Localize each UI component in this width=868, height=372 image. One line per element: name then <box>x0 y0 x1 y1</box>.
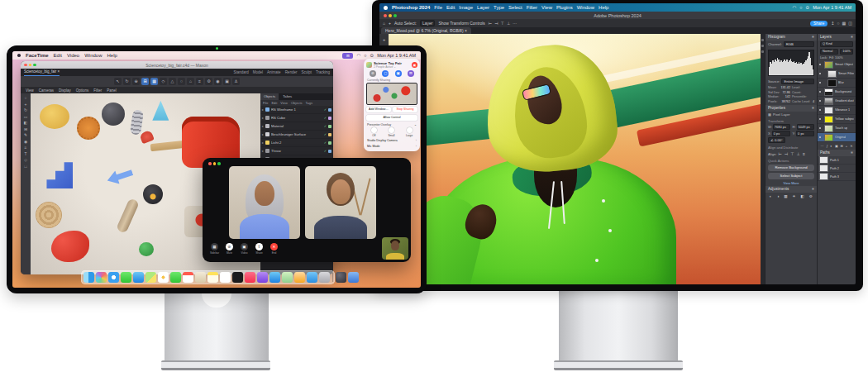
dock-icon-finder[interactable] <box>83 272 94 283</box>
layer-thumbnail[interactable] <box>824 116 833 123</box>
dock-icon-keynote[interactable] <box>307 272 317 283</box>
menubar-menu-item[interactable]: Window <box>84 53 102 58</box>
menubar-clock[interactable]: Mon Apr 1 9:41 AM <box>377 53 416 58</box>
objects-tab[interactable]: Objects <box>260 93 279 100</box>
viewport-menu-item[interactable]: Panel <box>107 88 117 93</box>
dock-icon-photos[interactable] <box>158 272 169 283</box>
show-transform-label[interactable]: Show Transform Controls <box>438 21 484 26</box>
c4d-tool-icon[interactable]: ◉ <box>214 78 222 85</box>
menubar-menu-item[interactable]: Edit <box>54 53 62 58</box>
layout-tab[interactable]: Animate <box>267 70 281 74</box>
layout-tab[interactable]: Standard <box>234 70 249 74</box>
path-row[interactable]: Path 2 <box>818 165 856 173</box>
align-icon[interactable]: ⊤ <box>790 151 794 156</box>
c4d-side-tool-icon[interactable]: ◧ <box>24 121 28 125</box>
c4d-side-tool-icon[interactable]: T <box>25 152 27 156</box>
share-session-subtitle[interactable]: 2 People Active ⌄ <box>374 65 410 69</box>
dock-icon-music[interactable] <box>245 272 255 283</box>
c4d-document-tab[interactable]: Sciencetoy_big_fair × <box>24 69 60 76</box>
overlay-option[interactable]: Small <box>388 127 394 137</box>
menubar-menu-item[interactable]: Help <box>107 53 117 58</box>
layer-row[interactable]: Blur <box>818 79 856 88</box>
takes-tab[interactable]: Takes <box>279 93 295 100</box>
align-icon[interactable]: ⋯ <box>513 21 517 26</box>
c4d-side-tool-icon[interactable]: ▭ <box>24 115 28 119</box>
wifi-icon[interactable]: ◠ <box>792 5 796 10</box>
layer-row[interactable]: Gradient dust 2 <box>818 97 856 106</box>
mic-mode-row[interactable]: Mic Mode › <box>364 144 420 150</box>
menubar-menu-item[interactable]: File <box>434 5 442 10</box>
c4d-side-tool-icon[interactable]: ≡ <box>25 145 27 150</box>
viewport-menu-item[interactable]: Options <box>76 88 89 93</box>
c4d-side-tool-icon[interactable]: ↻ <box>24 108 27 112</box>
layer-thumbnail[interactable] <box>827 79 837 87</box>
layer-name[interactable]: Gradient dust 2 <box>835 99 854 103</box>
object-row[interactable]: ▸ Material ✓ <box>260 122 333 131</box>
adjustment-icon[interactable]: ☀ <box>793 194 796 198</box>
screen-share-button[interactable]: ⊞ <box>408 70 414 77</box>
menubar-menu-item[interactable]: View <box>541 5 552 10</box>
options-icon[interactable]: ○ <box>837 21 840 26</box>
layer-row[interactable]: Vibrance 1 <box>818 106 856 115</box>
quick-actions-label[interactable]: Quick Actions <box>765 157 817 164</box>
search-icon[interactable]: ○ <box>799 5 802 10</box>
adjustment-icon[interactable]: ⚙ <box>809 194 813 198</box>
view-more-link[interactable]: View More <box>765 180 817 186</box>
channel-dropdown[interactable]: RGB <box>784 41 814 47</box>
dock-icon-maps[interactable] <box>145 272 156 283</box>
angle-field[interactable]: ∠ 0.00° <box>768 137 785 143</box>
menubar-menu-item[interactable]: Video <box>67 53 79 58</box>
menubar-menu-item[interactable]: Filter <box>527 5 537 10</box>
dock-icon-appstore[interactable] <box>269 272 280 283</box>
viewport-menu-item[interactable]: Display <box>59 88 71 93</box>
screen-sharing-indicator[interactable]: ⊞ <box>342 53 353 59</box>
c4d-side-tool-icon[interactable]: □ <box>25 165 27 169</box>
share-button[interactable]: Share <box>810 21 827 26</box>
layers-footer-icon[interactable]: ƒ <box>826 144 827 148</box>
options-icon[interactable]: ▦ <box>842 21 847 26</box>
path-row[interactable]: Path 1 <box>818 156 856 165</box>
document-tab[interactable]: Hero_Mood.psd @ 6.7% (Original, RGB/8) × <box>381 27 471 34</box>
c4d-side-tool-icon[interactable]: ⊞ <box>24 127 27 131</box>
align-icon[interactable]: ⊣ <box>785 151 788 156</box>
c4d-tool-icon[interactable]: ⚙ <box>205 78 212 85</box>
camera-settings-row[interactable]: Studio Display Camera › <box>364 138 420 144</box>
dock-icon-mail[interactable] <box>133 272 144 283</box>
layer-name[interactable]: Smart Object <box>835 63 853 66</box>
menubar-menu-item[interactable]: Image <box>459 5 473 10</box>
layer-name[interactable]: Blur <box>838 81 844 84</box>
object-row[interactable]: ▸ RS Cube ✓ <box>260 114 333 122</box>
layer-row[interactable]: Smart Filters <box>818 69 856 79</box>
adjustment-icon[interactable]: ▦ <box>784 194 787 198</box>
transform-field[interactable]: W:7680 px <box>768 124 790 130</box>
facetime-control-button[interactable]: ▣ Video <box>239 243 250 255</box>
layout-tab[interactable]: Tracking <box>316 70 330 74</box>
adjustment-icon[interactable]: ◐ <box>770 194 772 198</box>
source-dropdown[interactable]: Entire Image <box>781 79 814 84</box>
layer-name[interactable]: Background <box>835 90 851 93</box>
camera-active-button[interactable]: ▣ <box>412 62 417 68</box>
layer-thumbnail[interactable] <box>824 98 833 105</box>
viewport-menu-item[interactable]: View <box>26 88 34 93</box>
menubar-menu-item[interactable]: Type <box>494 5 504 10</box>
layer-visibility-icon[interactable] <box>819 82 821 83</box>
layer-visibility-icon[interactable] <box>819 127 821 129</box>
allow-control-button[interactable]: Allow Control <box>366 115 417 121</box>
apple-logo-icon[interactable] <box>384 6 388 10</box>
layer-thumbnail[interactable] <box>824 134 833 141</box>
transform-section-label[interactable]: Transform <box>765 117 817 124</box>
dock-icon-tv[interactable] <box>232 272 243 283</box>
dock-icon-podcasts[interactable] <box>257 272 268 283</box>
facetime-button[interactable]: ▣ <box>395 70 402 77</box>
layer-row[interactable]: Background <box>818 88 856 97</box>
layer-thumbnail[interactable] <box>824 61 833 69</box>
c4d-tool-icon[interactable]: △ <box>169 78 176 85</box>
adjustment-icon[interactable]: ◑ <box>777 194 780 198</box>
self-view-tile[interactable] <box>382 237 408 260</box>
object-row[interactable]: ▸ RS Wireframe 1 ✓ <box>260 106 333 114</box>
layer-row[interactable]: Touch up <box>818 124 856 133</box>
c4d-tool-icon[interactable]: ▦ <box>150 78 158 85</box>
histogram-panel-header[interactable]: Histogram≡ <box>765 34 817 41</box>
menubar-menu-item[interactable]: Layer <box>477 5 489 10</box>
layer-filter-dropdown[interactable]: Q Kind <box>820 41 853 47</box>
